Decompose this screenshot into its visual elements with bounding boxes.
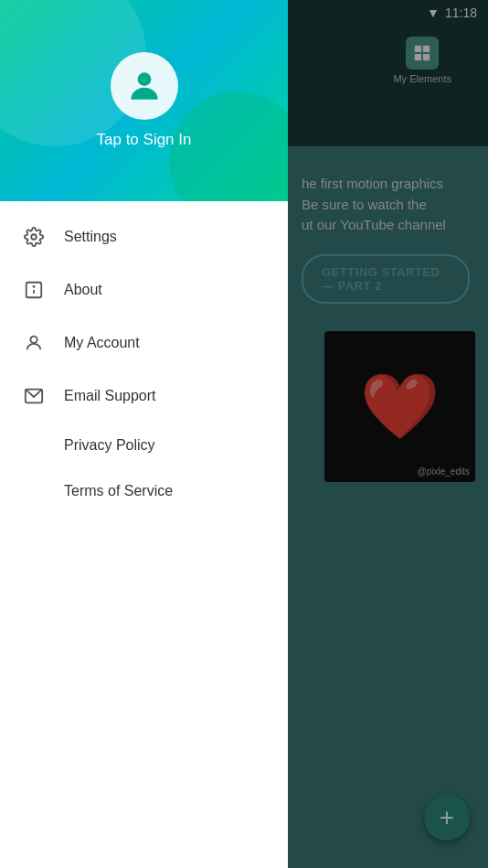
sidebar-item-my-account[interactable]: My Account [0,316,288,370]
sidebar-item-privacy-policy[interactable]: Privacy Policy [0,423,288,468]
svg-point-9 [30,337,37,343]
navigation-drawer: Tap to Sign In Settings About [0,0,288,868]
svg-point-4 [137,72,151,86]
email-support-label: Email Support [64,388,156,404]
settings-label: Settings [64,229,117,245]
privacy-policy-label: Privacy Policy [22,437,155,454]
sidebar-item-email-support[interactable]: Email Support [0,370,288,423]
sidebar-item-settings[interactable]: Settings [0,210,288,263]
svg-point-5 [31,234,37,240]
terms-of-service-label: Terms of Service [22,483,173,499]
sidebar-item-terms-of-service[interactable]: Terms of Service [0,468,288,514]
sign-in-label: Tap to Sign In [97,131,192,149]
avatar [111,52,178,120]
gear-icon [22,225,46,249]
info-icon [22,278,46,302]
person-icon [22,331,46,355]
menu-list: Settings About My Account [0,201,288,868]
sidebar-item-about[interactable]: About [0,263,288,316]
my-account-label: My Account [64,335,140,351]
drawer-header[interactable]: Tap to Sign In [0,0,288,201]
email-icon [22,384,46,408]
about-label: About [64,282,102,298]
